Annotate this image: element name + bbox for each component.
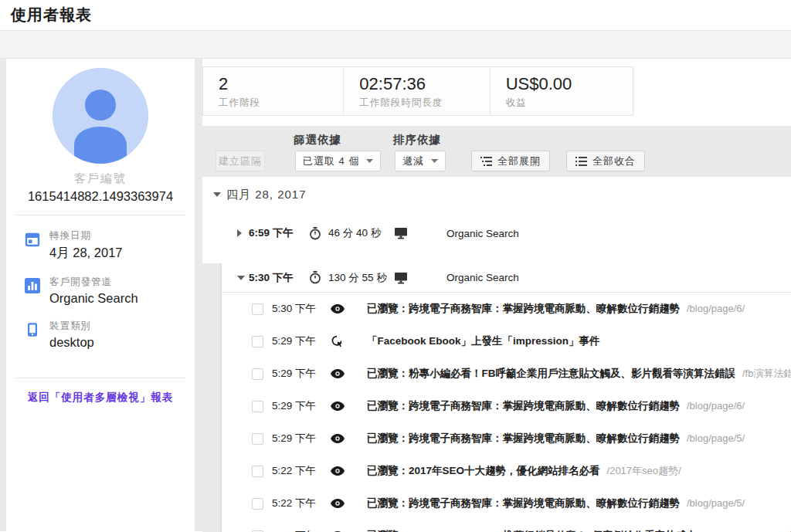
stat-sessions: 2 工作階段 xyxy=(203,67,344,115)
event-checkbox[interactable] xyxy=(252,498,263,510)
sort-dropdown[interactable]: 遞減 xyxy=(395,151,446,171)
avatar xyxy=(53,68,148,164)
event-row: 5:20 下午 已瀏覽：Referral Marketing 推薦行銷是什麼？5… xyxy=(222,520,791,532)
mid-gutter xyxy=(195,59,202,531)
back-to-user-explorer-link[interactable]: 返回「使用者多層檢視」報表 xyxy=(6,391,195,405)
eye-icon xyxy=(331,434,367,443)
secondary-band xyxy=(0,31,791,59)
sidebar-item-conversion-date: 轉換日期 4月 28, 2017 xyxy=(6,215,195,262)
date-group-header[interactable]: 四月 28, 2017 xyxy=(202,177,791,212)
sort-by-label: 排序依據 xyxy=(393,133,441,147)
event-row: 5:29 下午 已瀏覽：跨境電子商務智庫：掌握跨境電商脈動、瞭解數位行銷趨勢/b… xyxy=(222,422,791,455)
eye-icon xyxy=(331,369,367,378)
stat-session-duration: 02:57:36 工作階段時間長度 xyxy=(344,67,490,115)
client-id-value: 1615414882.1493363974 xyxy=(6,189,195,204)
event-row: 5:30 下午 已瀏覽：跨境電子商務智庫：掌握跨境電商脈動、瞭解數位行銷趨勢/b… xyxy=(222,293,791,325)
collapse-all-icon xyxy=(575,157,587,166)
collapse-all-button[interactable]: 全部收合 xyxy=(566,151,645,171)
desktop-icon xyxy=(394,272,413,284)
session-row-collapsed[interactable]: 6:59 下午 46 分 40 秒 Organic Search xyxy=(202,218,791,249)
caret-down-icon xyxy=(213,192,221,197)
expanded-session-wrapper: 5:30 下午 130 分 55 秒 Organic Search 5:30 下… xyxy=(202,263,791,532)
calendar-icon xyxy=(25,232,40,247)
sidebar-item-acquisition-channel: 客戶開發管道 Organic Search xyxy=(6,262,195,306)
desktop-icon xyxy=(394,227,413,239)
eye-icon xyxy=(331,304,367,313)
chevron-down-icon xyxy=(366,159,373,163)
event-checkbox[interactable] xyxy=(252,433,263,445)
event-checkbox[interactable] xyxy=(252,466,263,477)
caret-right-icon xyxy=(237,229,242,237)
sidebar-divider xyxy=(15,378,185,378)
stopwatch-icon xyxy=(309,271,328,284)
eye-icon xyxy=(331,499,367,508)
event-row: 5:22 下午 已瀏覽：2017年SEO十大趨勢，優化網站排名必看/2017年s… xyxy=(222,455,791,487)
chevron-down-icon xyxy=(431,159,438,163)
stopwatch-icon xyxy=(309,227,328,240)
event-hit-icon xyxy=(331,335,367,347)
client-id-label: 客戶編號 xyxy=(6,171,195,186)
bar-chart-icon xyxy=(25,278,40,293)
create-segment-button[interactable]: 建立區隔 xyxy=(216,151,265,171)
filter-dropdown[interactable]: 已選取 4 個 xyxy=(295,151,381,171)
page-title: 使用者報表 xyxy=(11,5,92,25)
event-row: 5:29 下午 已瀏覽：粉專小編必看！FB呼籲企業用戶注意貼文觸及、影片觀看等演… xyxy=(222,357,791,390)
event-row: 5:22 下午 已瀏覽：跨境電子商務智庫：掌握跨境電商脈動、瞭解數位行銷趨勢/b… xyxy=(222,487,791,520)
event-checkbox[interactable] xyxy=(252,303,263,315)
caret-down-icon xyxy=(237,276,245,280)
session-row-expanded[interactable]: 5:30 下午 130 分 55 秒 Organic Search xyxy=(222,263,791,293)
session-stats: 2 工作階段 02:57:36 工作階段時間長度 US$0.00 收益 xyxy=(202,66,633,116)
person-icon xyxy=(53,68,148,164)
stat-revenue: US$0.00 收益 xyxy=(491,67,633,115)
event-checkbox[interactable] xyxy=(252,401,263,412)
user-sidebar: 客戶編號 1615414882.1493363974 轉換日期 4月 28, 2… xyxy=(6,59,195,531)
eye-icon xyxy=(331,466,367,476)
report-main: 2 工作階段 02:57:36 工作階段時間長度 US$0.00 收益 建立區隔… xyxy=(202,59,791,531)
sidebar-item-device-category: 裝置類別 desktop xyxy=(6,306,195,367)
expand-all-button[interactable]: 全部展開 xyxy=(471,151,550,171)
filter-toolbar: 建立區隔 篩選依據 已選取 4 個 排序依據 遞減 全部展開 全部收合 xyxy=(202,126,791,177)
event-checkbox[interactable] xyxy=(252,368,263,380)
expanded-session-panel: 5:30 下午 130 分 55 秒 Organic Search 5:30 下… xyxy=(222,263,791,532)
device-icon xyxy=(25,322,40,337)
event-checkbox[interactable] xyxy=(252,336,263,347)
left-gutter xyxy=(0,59,6,531)
event-row: 5:29 下午 已瀏覽：跨境電子商務智庫：掌握跨境電商脈動、瞭解數位行銷趨勢/b… xyxy=(222,390,791,422)
eye-icon xyxy=(331,402,367,411)
filter-by-label: 篩選依據 xyxy=(294,133,341,147)
page-header: 使用者報表 xyxy=(0,0,791,31)
expand-all-icon xyxy=(480,157,492,166)
event-row: 5:29 下午 「Facebook Ebook」上發生「impression」事… xyxy=(222,325,791,357)
